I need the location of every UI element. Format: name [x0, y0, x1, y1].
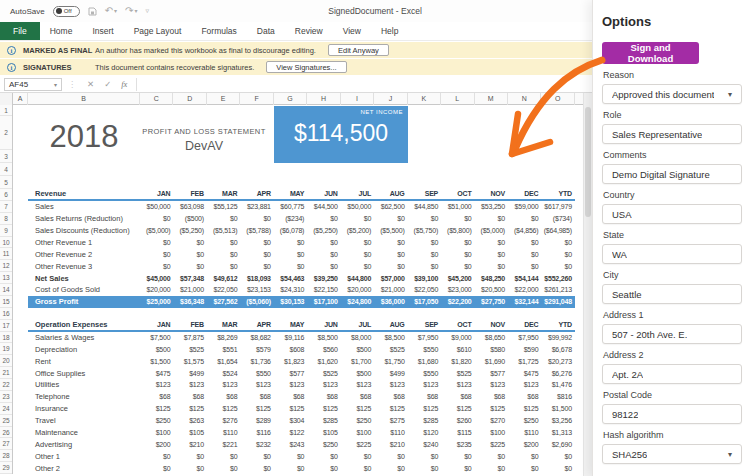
row-header-6[interactable]: 6 — [0, 189, 12, 201]
value-cell[interactable]: $1,820 — [441, 358, 474, 365]
value-cell[interactable]: $0 — [341, 465, 374, 472]
value-cell[interactable]: $21,000 — [374, 286, 407, 293]
row-label-cell[interactable]: Other Revenue 1 — [28, 238, 140, 247]
value-cell[interactable]: $123 — [508, 381, 541, 388]
value-cell[interactable]: $291,048 — [541, 298, 574, 305]
value-cell[interactable]: $0 — [140, 263, 173, 270]
value-cell[interactable]: $580 — [475, 346, 508, 353]
value-cell[interactable]: $550 — [408, 370, 441, 377]
value-cell[interactable]: $2,690 — [541, 441, 574, 448]
column-header-B[interactable]: B — [28, 93, 140, 105]
value-cell[interactable]: $100 — [341, 429, 374, 436]
value-cell[interactable]: $53,250 — [475, 203, 508, 210]
value-cell[interactable]: $1,823 — [274, 358, 307, 365]
row-header-9[interactable]: 9 — [0, 225, 12, 237]
value-cell[interactable]: $0 — [408, 263, 441, 270]
value-cell[interactable]: ($64,985) — [541, 227, 574, 234]
value-cell[interactable]: $0 — [475, 465, 508, 472]
value-cell[interactable]: $0 — [374, 215, 407, 222]
value-cell[interactable]: $68 — [240, 393, 273, 400]
value-cell[interactable]: $200 — [140, 441, 173, 448]
month-header-cell[interactable]: JAN — [140, 190, 173, 197]
value-cell[interactable]: $32,144 — [508, 298, 541, 305]
value-cell[interactable]: $27,562 — [207, 298, 240, 305]
month-header-cell[interactable]: FEB — [173, 190, 206, 197]
year-cell[interactable]: 2018 — [28, 120, 140, 154]
value-cell[interactable]: $210 — [173, 441, 206, 448]
value-cell[interactable]: $0 — [441, 215, 474, 222]
row-label-cell[interactable]: Advertising — [28, 440, 140, 449]
row-label-cell[interactable]: Telephone — [28, 392, 140, 401]
month-header-cell[interactable]: AUG — [374, 190, 407, 197]
value-cell[interactable]: ($734) — [541, 215, 574, 222]
value-cell[interactable]: $17,050 — [408, 298, 441, 305]
month-header-cell[interactable]: DEC — [508, 190, 541, 197]
month-header-cell[interactable]: JAN — [140, 321, 173, 328]
value-cell[interactable]: $250 — [140, 417, 173, 424]
month-header-cell[interactable]: JUN — [307, 321, 340, 328]
value-cell[interactable]: $8,000 — [341, 334, 374, 341]
value-cell[interactable]: $0 — [307, 465, 340, 472]
value-cell[interactable]: $48,250 — [475, 275, 508, 282]
value-cell[interactable]: $1,736 — [240, 358, 273, 365]
value-cell[interactable]: $68 — [341, 393, 374, 400]
value-cell[interactable]: $0 — [475, 263, 508, 270]
column-header-F[interactable]: F — [240, 93, 273, 105]
value-cell[interactable]: $20,000 — [140, 286, 173, 293]
column-header-H[interactable]: H — [307, 93, 340, 105]
value-cell[interactable]: $9,000 — [441, 334, 474, 341]
value-cell[interactable]: $475 — [508, 370, 541, 377]
value-cell[interactable]: $475 — [140, 370, 173, 377]
row-label-cell[interactable]: Maintenance — [28, 428, 140, 437]
value-cell[interactable]: $0 — [475, 215, 508, 222]
value-cell[interactable]: $1,620 — [307, 358, 340, 365]
value-cell[interactable]: $610 — [441, 346, 474, 353]
value-cell[interactable]: $0 — [508, 465, 541, 472]
value-cell[interactable]: $44,500 — [307, 203, 340, 210]
value-cell[interactable]: $0 — [475, 251, 508, 258]
value-cell[interactable]: $8,500 — [374, 334, 407, 341]
ribbon-tab-help[interactable]: Help — [371, 22, 408, 40]
value-cell[interactable]: $9,116 — [274, 334, 307, 341]
row-label-cell[interactable]: Other 2 — [28, 464, 140, 473]
value-cell[interactable]: $6,678 — [541, 346, 574, 353]
row-header-2[interactable]: 2 — [0, 116, 12, 150]
value-cell[interactable]: $1,690 — [475, 358, 508, 365]
value-cell[interactable]: $123 — [441, 381, 474, 388]
value-cell[interactable]: $120 — [408, 429, 441, 436]
column-header-N[interactable]: N — [508, 93, 541, 105]
value-cell[interactable]: $240 — [408, 441, 441, 448]
value-cell[interactable]: $0 — [341, 453, 374, 460]
row-label-cell[interactable]: Sales Discounts (Reduction) — [28, 226, 140, 235]
sign-and-download-button[interactable]: Sign and Download — [602, 42, 699, 64]
value-cell[interactable]: $499 — [173, 370, 206, 377]
edit-anyway-button[interactable]: Edit Anyway — [328, 44, 389, 56]
value-cell[interactable]: $45,000 — [140, 275, 173, 282]
row-label-cell[interactable]: Gross Profit — [28, 297, 140, 306]
row-header-12[interactable]: 12 — [0, 260, 12, 272]
value-cell[interactable]: $3,256 — [541, 417, 574, 424]
value-cell[interactable]: $0 — [475, 239, 508, 246]
value-cell[interactable]: $525 — [374, 346, 407, 353]
value-cell[interactable]: $22,200 — [441, 298, 474, 305]
name-box[interactable]: AF45 ▾ — [4, 78, 62, 91]
value-cell[interactable]: $100 — [140, 429, 173, 436]
value-cell[interactable]: $210 — [374, 441, 407, 448]
value-cell[interactable]: $68 — [274, 393, 307, 400]
row-label-cell[interactable]: Utilities — [28, 380, 140, 389]
value-cell[interactable]: $0 — [541, 263, 574, 270]
value-cell[interactable]: $0 — [307, 239, 340, 246]
value-cell[interactable]: $0 — [140, 453, 173, 460]
value-cell[interactable]: $0 — [341, 239, 374, 246]
ribbon-tab-data[interactable]: Data — [247, 22, 285, 40]
row-header-5[interactable]: 5 — [0, 176, 12, 189]
value-cell[interactable]: ($5,060) — [240, 298, 273, 305]
value-cell[interactable]: ($5,250) — [307, 227, 340, 234]
value-cell[interactable]: $123 — [140, 381, 173, 388]
value-cell[interactable]: $24,800 — [341, 298, 374, 305]
value-cell[interactable]: $0 — [307, 453, 340, 460]
column-header-E[interactable]: E — [207, 93, 240, 105]
ribbon-tab-formulas[interactable]: Formulas — [191, 22, 246, 40]
value-cell[interactable]: $22,050 — [408, 286, 441, 293]
value-cell[interactable]: $250 — [508, 417, 541, 424]
